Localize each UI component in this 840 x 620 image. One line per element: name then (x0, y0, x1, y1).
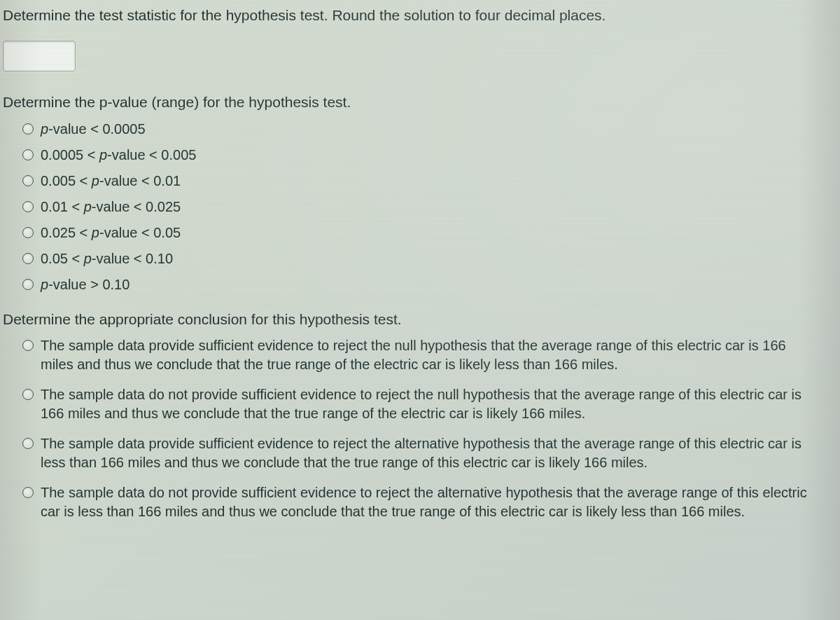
conclusion-prompt: Determine the appropriate conclusion for… (3, 310, 837, 329)
p-value-option[interactable]: 0.0005 < p-value < 0.005 (22, 146, 837, 165)
radio-icon[interactable] (22, 279, 34, 290)
conclusion-option[interactable]: The sample data provide sufficient evide… (22, 434, 837, 472)
option-label: 0.005 < p-value < 0.01 (41, 172, 181, 191)
p-value-option[interactable]: p-value < 0.0005 (22, 120, 837, 139)
radio-icon[interactable] (22, 438, 34, 449)
radio-icon[interactable] (22, 175, 34, 186)
p-value-prompt: Determine the p-value (range) for the hy… (3, 92, 837, 112)
conclusion-option[interactable]: The sample data do not provide sufficien… (22, 483, 837, 521)
option-label: The sample data provide sufficient evide… (41, 336, 818, 374)
radio-icon[interactable] (22, 253, 34, 264)
conclusion-options: The sample data provide sufficient evide… (3, 336, 837, 521)
radio-icon[interactable] (22, 149, 34, 160)
radio-icon[interactable] (22, 227, 34, 238)
option-label: The sample data do not provide sufficien… (41, 483, 818, 521)
conclusion-option[interactable]: The sample data provide sufficient evide… (22, 336, 837, 374)
option-label: The sample data provide sufficient evide… (41, 434, 818, 472)
conclusion-option[interactable]: The sample data do not provide sufficien… (22, 385, 837, 423)
option-label: p-value > 0.10 (41, 275, 130, 294)
radio-icon[interactable] (22, 487, 34, 498)
radio-icon[interactable] (22, 340, 34, 351)
p-value-option[interactable]: 0.025 < p-value < 0.05 (22, 223, 837, 242)
test-statistic-prompt: Determine the test statistic for the hyp… (3, 6, 837, 25)
option-label: The sample data do not provide sufficien… (41, 385, 818, 423)
option-label: 0.025 < p-value < 0.05 (41, 223, 181, 242)
radio-icon[interactable] (22, 201, 34, 212)
p-value-option[interactable]: 0.05 < p-value < 0.10 (22, 249, 837, 268)
radio-icon[interactable] (22, 123, 34, 135)
p-value-option[interactable]: 0.01 < p-value < 0.025 (22, 198, 837, 216)
option-label: 0.0005 < p-value < 0.005 (41, 146, 196, 165)
p-value-option[interactable]: 0.005 < p-value < 0.01 (22, 172, 837, 191)
option-label: p-value < 0.0005 (41, 120, 146, 139)
radio-icon[interactable] (22, 389, 34, 400)
test-statistic-input[interactable] (3, 41, 76, 71)
option-label: 0.05 < p-value < 0.10 (41, 249, 173, 268)
p-value-options: p-value < 0.0005 0.0005 < p-value < 0.00… (3, 120, 837, 294)
p-value-option[interactable]: p-value > 0.10 (22, 275, 837, 294)
option-label: 0.01 < p-value < 0.025 (41, 198, 181, 216)
